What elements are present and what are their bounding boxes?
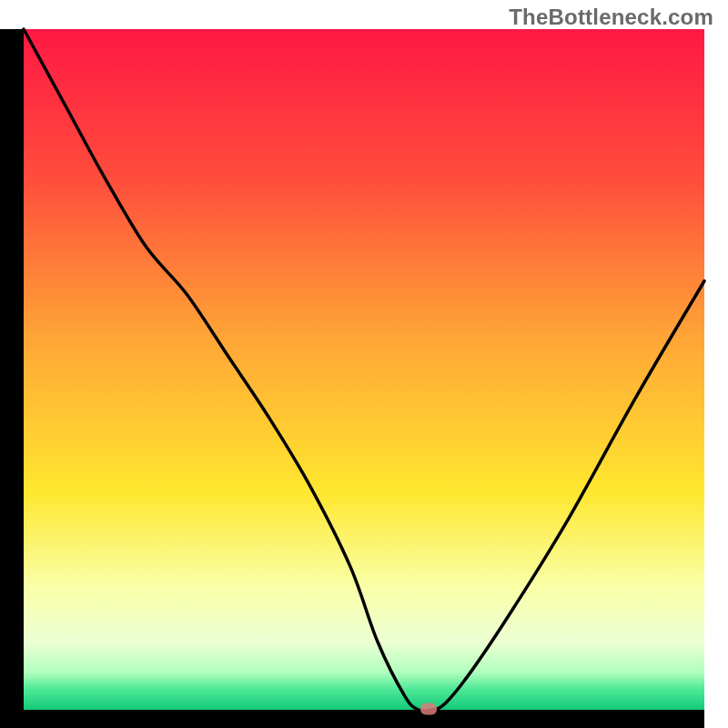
chart-svg <box>0 0 728 728</box>
watermark-text: TheBottleneck.com <box>509 5 713 30</box>
bottleneck-chart: TheBottleneck.com <box>0 0 728 728</box>
optimum-marker <box>420 703 437 715</box>
